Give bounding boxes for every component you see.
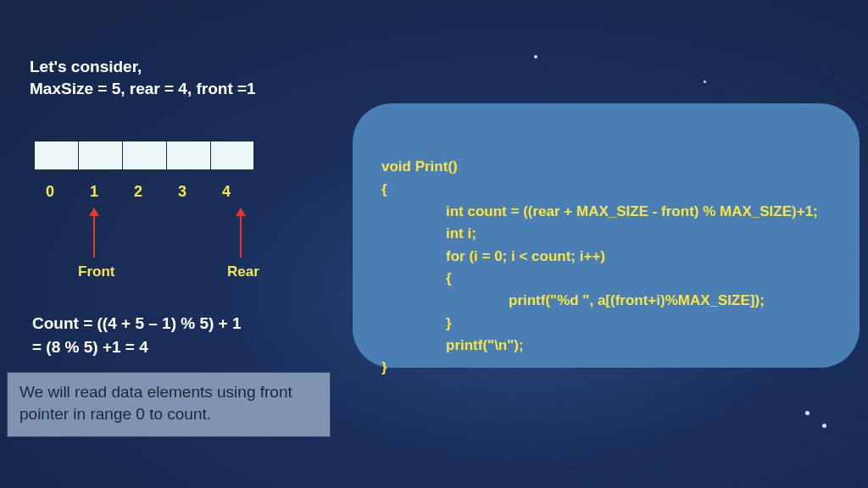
index-label: 4 (210, 183, 254, 201)
bg-dot (822, 424, 826, 428)
code-line: int count = ((rear + MAX_SIZE - front) %… (381, 201, 836, 223)
front-label: Front (78, 263, 114, 280)
index-label: 0 (34, 183, 78, 201)
count-calculation: Count = ((4 + 5 – 1) % 5) + 1 = (8 % 5) … (32, 312, 242, 358)
code-box: void Print() { int count = ((rear + MAX_… (353, 103, 860, 368)
array-cell (166, 141, 210, 170)
bg-dot (534, 55, 537, 58)
front-arrow (93, 208, 95, 258)
index-label: 3 (166, 183, 210, 201)
rear-arrow (240, 208, 242, 258)
bg-dot (704, 80, 706, 83)
count-line1: Count = ((4 + 5 – 1) % 5) + 1 (32, 312, 242, 336)
code-line: printf("%d ", a[(front+i)%MAX_SIZE]); (381, 290, 836, 312)
bg-dot (805, 411, 810, 415)
code-line: } (381, 359, 387, 375)
array-indices: 0 1 2 3 4 (34, 183, 254, 201)
array-cells (34, 141, 254, 170)
count-line2: = (8 % 5) +1 = 4 (32, 336, 242, 359)
code-line: } (381, 313, 836, 335)
array-cell (34, 141, 78, 170)
rear-label: Rear (227, 263, 259, 280)
intro-line2: MaxSize = 5, rear = 4, front =1 (30, 78, 256, 100)
note-text: We will read data elements using front p… (19, 383, 292, 423)
note-box: We will read data elements using front p… (7, 372, 331, 437)
array-cell (122, 141, 166, 170)
index-label: 1 (78, 183, 122, 201)
code-line: printf("\n"); (381, 335, 836, 357)
code-line: { (381, 181, 387, 197)
array-cell (78, 141, 122, 170)
intro-text: Let's consider, MaxSize = 5, rear = 4, f… (30, 56, 256, 99)
code-line: { (381, 268, 836, 290)
code-line: void Print() (381, 158, 458, 175)
code-line: int i; (381, 223, 836, 245)
array-cell (210, 141, 254, 170)
code-line: for (i = 0; i < count; i++) (381, 246, 836, 268)
intro-line1: Let's consider, (30, 56, 256, 78)
index-label: 2 (122, 183, 166, 201)
